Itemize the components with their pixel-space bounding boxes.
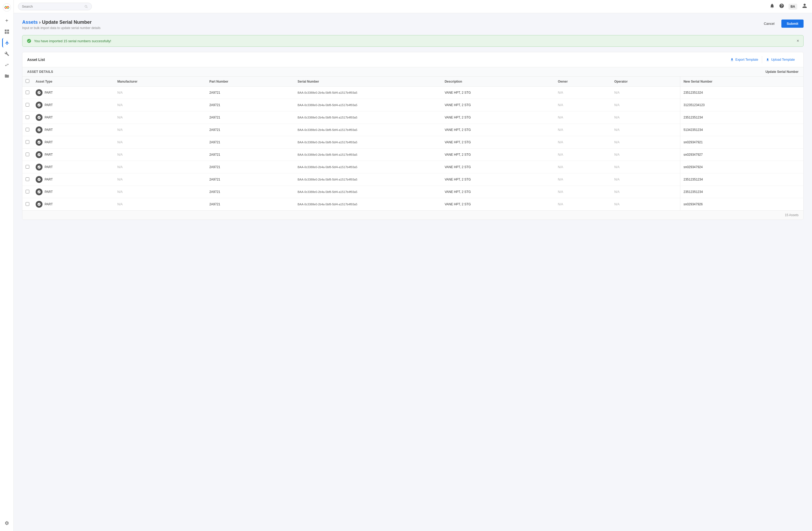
row-checkbox-cell[interactable] — [23, 149, 32, 161]
sidebar-item-dashboard[interactable] — [2, 27, 12, 36]
cell-description-7: VANE HPT, 2 STG — [441, 173, 555, 186]
alert-message: You have imported 15 serial numbers succ… — [34, 39, 111, 43]
asset-icon-6 — [35, 164, 43, 171]
upload-template-button[interactable]: Upload Template — [762, 56, 799, 63]
sidebar-item-tools[interactable] — [2, 49, 12, 59]
asset-icon-0 — [35, 89, 43, 96]
cell-asset-type-1: PART — [32, 99, 114, 112]
col-serial-number: Serial Number — [294, 76, 441, 87]
header-checkbox-cell — [23, 76, 32, 87]
asset-icon-9 — [35, 201, 43, 208]
row-checkbox-8[interactable] — [26, 190, 29, 193]
svg-rect-2 — [5, 30, 6, 31]
cell-operator-6: N/A — [611, 161, 680, 173]
cell-serial-number-4: BAA-0c3388e0-2b4a-5bf8-5bf4-a1517b4f93a5 — [294, 136, 441, 149]
user-avatar[interactable] — [801, 3, 808, 11]
cell-part-number-9: 2A9721 — [206, 198, 294, 211]
export-label: Export Template — [736, 58, 758, 61]
cell-serial-number-2: BAA-0c3388e0-2b4a-5bf8-5bf4-a1517b4f93a5 — [294, 112, 441, 124]
row-checkbox-9[interactable] — [26, 202, 29, 206]
col-description: Description — [441, 76, 555, 87]
row-checkbox-cell[interactable] — [23, 186, 32, 198]
cell-new-serial-6: sn029347924 — [680, 161, 803, 173]
table-row: PART N/A 2A9721 BAA-0c3388e0-2b4a-5bf8-5… — [23, 112, 803, 124]
cell-new-serial-3: 51342351234 — [680, 124, 803, 136]
row-checkbox-7[interactable] — [26, 177, 29, 181]
asset-icon-4 — [35, 139, 43, 146]
row-checkbox-2[interactable] — [26, 115, 29, 119]
cell-owner-5: N/A — [555, 149, 611, 161]
table-row: PART N/A 2A9721 BAA-0c3388e0-2b4a-5bf8-5… — [23, 99, 803, 112]
user-initials[interactable]: BA — [788, 4, 797, 10]
section-label-right: Update Serial Number — [766, 70, 799, 74]
help-icon[interactable] — [779, 3, 784, 10]
row-checkbox-cell[interactable] — [23, 161, 32, 173]
row-checkbox-cell[interactable] — [23, 136, 32, 149]
cell-part-number-3: 2A9721 — [206, 124, 294, 136]
row-checkbox-3[interactable] — [26, 128, 29, 131]
svg-rect-4 — [5, 32, 6, 34]
search-input[interactable] — [22, 4, 82, 9]
asset-table: Asset Type Manufacturer Part Number Seri… — [23, 76, 803, 210]
cell-owner-9: N/A — [555, 198, 611, 211]
cell-asset-type-2: PART — [32, 112, 114, 124]
cell-part-number-8: 2A9721 — [206, 186, 294, 198]
row-checkbox-cell[interactable] — [23, 198, 32, 211]
row-checkbox-cell[interactable] — [23, 173, 32, 186]
table-row: PART N/A 2A9721 BAA-0c3388e0-2b4a-5bf8-5… — [23, 198, 803, 211]
breadcrumb: Assets › Update Serial Number — [22, 19, 101, 25]
cell-description-6: VANE HPT, 2 STG — [441, 161, 555, 173]
row-checkbox-cell[interactable] — [23, 87, 32, 99]
cell-operator-9: N/A — [611, 198, 680, 211]
row-checkbox-cell[interactable] — [23, 112, 32, 124]
cell-operator-1: N/A — [611, 99, 680, 112]
table-body: PART N/A 2A9721 BAA-0c3388e0-2b4a-5bf8-5… — [23, 87, 803, 211]
submit-button[interactable]: Submit — [781, 19, 803, 28]
cell-serial-number-1: BAA-0c3388e0-2b4a-5bf8-5bf4-a1517b4f93a5 — [294, 99, 441, 112]
cell-serial-number-3: BAA-0c3388e0-2b4a-5bf8-5bf4-a1517b4f93a5 — [294, 124, 441, 136]
row-checkbox-5[interactable] — [26, 152, 29, 156]
table-row: PART N/A 2A9721 BAA-0c3388e0-2b4a-5bf8-5… — [23, 124, 803, 136]
sidebar-item-transfers[interactable] — [2, 60, 12, 70]
sidebar-item-documents[interactable] — [2, 71, 12, 81]
row-checkbox-cell[interactable] — [23, 124, 32, 136]
cell-owner-1: N/A — [555, 99, 611, 112]
cell-serial-number-8: BAA-0c3388e0-2b4a-5bf8-5bf4-a1517b4f93a5 — [294, 186, 441, 198]
row-checkbox-cell[interactable] — [23, 99, 32, 112]
search-box[interactable] — [18, 3, 92, 10]
cell-operator-5: N/A — [611, 149, 680, 161]
table-row: PART N/A 2A9721 BAA-0c3388e0-2b4a-5bf8-5… — [23, 173, 803, 186]
row-checkbox-4[interactable] — [26, 140, 29, 144]
cell-new-serial-9: sn029347926 — [680, 198, 803, 211]
row-checkbox-6[interactable] — [26, 165, 29, 168]
cancel-button[interactable]: Cancel — [759, 19, 779, 28]
topbar: BA — [14, 0, 812, 13]
svg-point-1 — [6, 6, 8, 8]
cell-operator-2: N/A — [611, 112, 680, 124]
notifications-icon[interactable] — [769, 3, 775, 10]
row-checkbox-1[interactable] — [26, 103, 29, 107]
card-title: Asset List — [27, 58, 45, 62]
col-part-number: Part Number — [206, 76, 294, 87]
cell-owner-7: N/A — [555, 173, 611, 186]
select-all-checkbox[interactable] — [26, 79, 29, 83]
sidebar-item-settings[interactable] — [2, 518, 12, 528]
cell-description-5: VANE HPT, 2 STG — [441, 149, 555, 161]
cell-asset-type-8: PART — [32, 186, 114, 198]
col-owner: Owner — [555, 76, 611, 87]
export-template-button[interactable]: Export Template — [726, 56, 763, 63]
sidebar-item-add[interactable]: + — [2, 16, 12, 25]
table-section-header: Asset Details Update Serial Number — [23, 67, 803, 76]
alert-close-button[interactable]: × — [797, 39, 799, 43]
card-actions: Export Template Upload Template — [726, 56, 799, 63]
app-logo[interactable] — [3, 3, 11, 12]
cell-part-number-7: 2A9721 — [206, 173, 294, 186]
page-subtitle: Input or bulk import data to update seri… — [22, 26, 101, 30]
breadcrumb-parent[interactable]: Assets — [22, 19, 38, 25]
card-header: Asset List Export Template Upload Templa… — [23, 52, 803, 67]
sidebar-item-assets[interactable] — [2, 38, 12, 47]
sidebar: + — [0, 0, 14, 531]
asset-icon-5 — [35, 151, 43, 158]
row-checkbox-0[interactable] — [26, 90, 29, 94]
asset-icon-2 — [35, 114, 43, 121]
